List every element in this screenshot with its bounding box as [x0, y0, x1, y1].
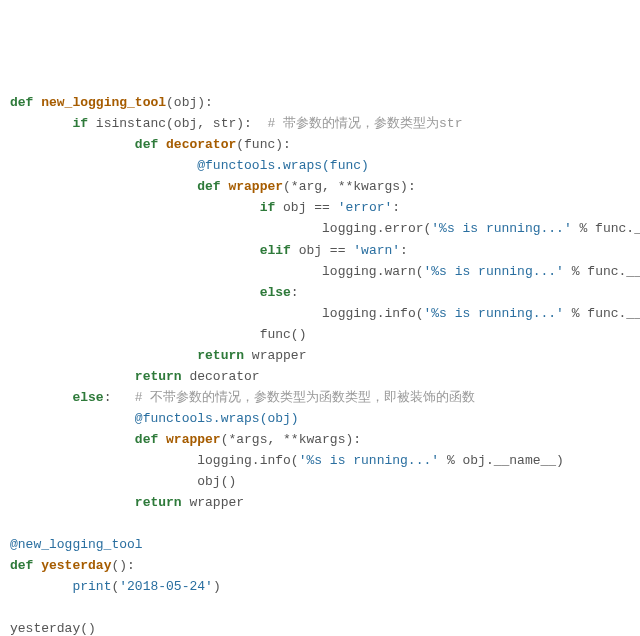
- code-text: isinstanc(obj, str):: [88, 116, 267, 131]
- code-text: yesterday(): [10, 621, 96, 636]
- code-text: :: [400, 243, 408, 258]
- func-name: new_logging_tool: [41, 95, 166, 110]
- decorator: @functools.wraps(func): [197, 158, 369, 173]
- string-literal: 'error': [338, 200, 393, 215]
- string-literal: 'warn': [353, 243, 400, 258]
- keyword-if: if: [72, 116, 88, 131]
- code-text: (func):: [236, 137, 291, 152]
- code-text: obj ==: [291, 243, 353, 258]
- code-text: (obj):: [166, 95, 213, 110]
- func-name: decorator: [166, 137, 236, 152]
- comment: # 不带参数的情况，参数类型为函数类型，即被装饰的函数: [135, 390, 476, 405]
- keyword-return: return: [135, 369, 182, 384]
- keyword-return: return: [135, 495, 182, 510]
- code-text: % func.__name__): [564, 264, 640, 279]
- keyword-else: else: [260, 285, 291, 300]
- keyword-if: if: [260, 200, 276, 215]
- decorator: @functools.wraps(obj): [135, 411, 299, 426]
- code-text: wrapper: [182, 495, 244, 510]
- code-text: :: [291, 285, 299, 300]
- code-text: wrapper: [244, 348, 306, 363]
- code-text: logging.error(: [322, 221, 431, 236]
- code-text: :: [392, 200, 400, 215]
- keyword-def: def: [197, 179, 220, 194]
- string-literal: '%s is running...': [299, 453, 439, 468]
- code-text: logging.info(: [322, 306, 423, 321]
- keyword-else: else: [72, 390, 103, 405]
- string-literal: '2018-05-24': [119, 579, 213, 594]
- code-text: decorator: [182, 369, 260, 384]
- keyword-def: def: [135, 137, 158, 152]
- code-text: ():: [111, 558, 134, 573]
- code-text: (*arg, **kwargs):: [283, 179, 416, 194]
- code-block: def new_logging_tool(obj): if isinstanc(…: [10, 92, 630, 636]
- code-text: % func.__name__: [572, 221, 640, 236]
- code-text: % obj.__name__): [439, 453, 564, 468]
- decorator: @new_logging_tool: [10, 537, 143, 552]
- code-text: :: [104, 390, 135, 405]
- comment: # 带参数的情况，参数类型为str: [267, 116, 462, 131]
- func-name: yesterday: [41, 558, 111, 573]
- code-text: ): [213, 579, 221, 594]
- keyword-def: def: [135, 432, 158, 447]
- code-text: obj(): [197, 474, 236, 489]
- code-text: func(): [260, 327, 307, 342]
- code-text: logging.info(: [197, 453, 298, 468]
- builtin-print: print: [72, 579, 111, 594]
- keyword-def: def: [10, 95, 33, 110]
- keyword-return: return: [197, 348, 244, 363]
- string-literal: '%s is running...': [423, 306, 563, 321]
- code-text: logging.warn(: [322, 264, 423, 279]
- string-literal: '%s is running...': [431, 221, 571, 236]
- func-name: wrapper: [166, 432, 221, 447]
- keyword-def: def: [10, 558, 33, 573]
- func-name: wrapper: [228, 179, 283, 194]
- string-literal: '%s is running...': [423, 264, 563, 279]
- code-text: % func.__name__): [564, 306, 640, 321]
- keyword-elif: elif: [260, 243, 291, 258]
- code-text: (*args, **kwargs):: [221, 432, 361, 447]
- code-text: obj ==: [275, 200, 337, 215]
